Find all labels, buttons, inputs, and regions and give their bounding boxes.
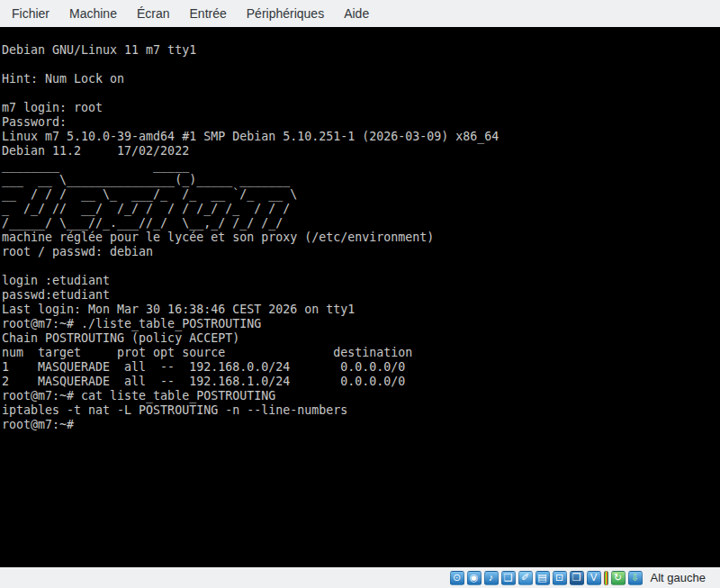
mouse-integration-icon[interactable]: ↻ <box>611 571 626 585</box>
network-icon[interactable]: ❑ <box>501 571 516 585</box>
menu-item[interactable]: Fichier <box>2 2 59 25</box>
usb-icon[interactable]: ✐ <box>518 571 533 585</box>
audio-icon[interactable]: ♪ <box>484 571 499 585</box>
vm-screen[interactable]: Debian GNU/Linux 11 m7 tty1 Hint: Num Lo… <box>0 27 720 567</box>
menu-item[interactable]: Écran <box>127 2 180 25</box>
menu-item[interactable]: Machine <box>59 2 127 25</box>
features-icon[interactable]: V <box>587 571 601 585</box>
terminal-output[interactable]: Debian GNU/Linux 11 m7 tty1 Hint: Num Lo… <box>0 27 720 432</box>
optical-disc-icon[interactable]: ◉ <box>467 571 482 585</box>
status-icons: ⊙ ◉ ♪ ❑ ✐ ▤ ⊡ ❒ V ↻ ⇩ <box>450 571 643 585</box>
menu-item[interactable]: Aide <box>334 2 379 25</box>
status-bar: ⊙ ◉ ♪ ❑ ✐ ▤ ⊡ ❒ V ↻ ⇩ Alt gauche <box>0 567 720 588</box>
recording-icon[interactable]: ❒ <box>570 571 584 585</box>
display-icon[interactable]: ⊡ <box>553 571 567 585</box>
keyboard-capture-icon[interactable]: ⇩ <box>628 571 643 585</box>
menu-item[interactable]: Périphériques <box>237 2 334 25</box>
menu-item[interactable]: Entrée <box>180 2 237 25</box>
menu-bar: Fichier Machine Écran Entrée Périphériqu… <box>0 0 720 27</box>
hard-disk-icon[interactable]: ⊙ <box>450 571 464 585</box>
shared-folder-icon[interactable]: ▤ <box>536 571 550 585</box>
host-key-label: Alt gauche <box>651 571 706 584</box>
activity-bars-icon[interactable] <box>604 571 608 585</box>
